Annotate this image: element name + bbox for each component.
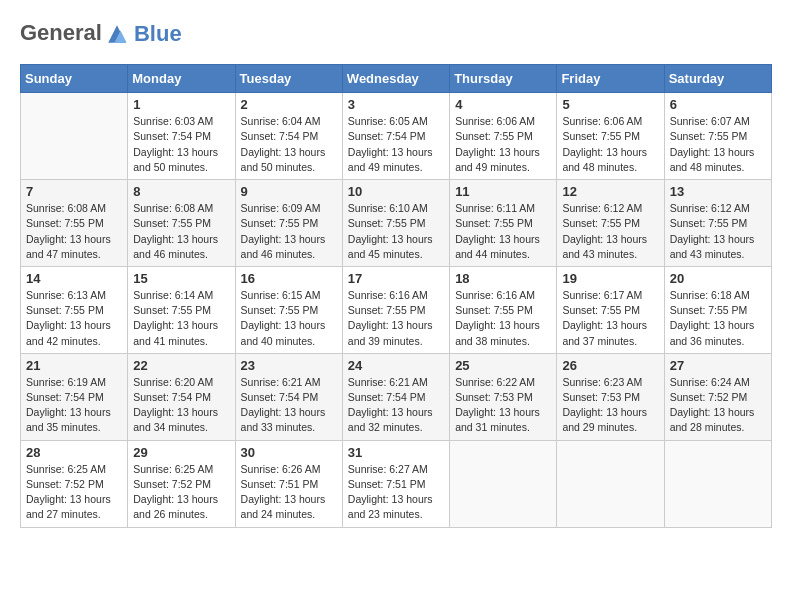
day-detail: Sunrise: 6:24 AMSunset: 7:52 PMDaylight:… (670, 375, 766, 436)
day-number: 20 (670, 271, 766, 286)
day-detail: Sunrise: 6:03 AMSunset: 7:54 PMDaylight:… (133, 114, 229, 175)
calendar-cell (557, 440, 664, 527)
day-detail: Sunrise: 6:26 AMSunset: 7:51 PMDaylight:… (241, 462, 337, 523)
column-header-saturday: Saturday (664, 65, 771, 93)
day-detail: Sunrise: 6:11 AMSunset: 7:55 PMDaylight:… (455, 201, 551, 262)
calendar-cell: 13Sunrise: 6:12 AMSunset: 7:55 PMDayligh… (664, 180, 771, 267)
calendar-cell: 14Sunrise: 6:13 AMSunset: 7:55 PMDayligh… (21, 266, 128, 353)
calendar-cell: 3Sunrise: 6:05 AMSunset: 7:54 PMDaylight… (342, 93, 449, 180)
calendar-cell: 23Sunrise: 6:21 AMSunset: 7:54 PMDayligh… (235, 353, 342, 440)
day-number: 17 (348, 271, 444, 286)
calendar-cell: 24Sunrise: 6:21 AMSunset: 7:54 PMDayligh… (342, 353, 449, 440)
day-detail: Sunrise: 6:04 AMSunset: 7:54 PMDaylight:… (241, 114, 337, 175)
day-number: 11 (455, 184, 551, 199)
calendar-week-row: 28Sunrise: 6:25 AMSunset: 7:52 PMDayligh… (21, 440, 772, 527)
day-detail: Sunrise: 6:21 AMSunset: 7:54 PMDaylight:… (348, 375, 444, 436)
day-number: 8 (133, 184, 229, 199)
day-detail: Sunrise: 6:16 AMSunset: 7:55 PMDaylight:… (348, 288, 444, 349)
day-number: 10 (348, 184, 444, 199)
calendar-cell: 16Sunrise: 6:15 AMSunset: 7:55 PMDayligh… (235, 266, 342, 353)
logo-text: General (20, 20, 132, 48)
calendar-cell: 25Sunrise: 6:22 AMSunset: 7:53 PMDayligh… (450, 353, 557, 440)
day-detail: Sunrise: 6:25 AMSunset: 7:52 PMDaylight:… (133, 462, 229, 523)
day-number: 27 (670, 358, 766, 373)
calendar-week-row: 1Sunrise: 6:03 AMSunset: 7:54 PMDaylight… (21, 93, 772, 180)
column-header-sunday: Sunday (21, 65, 128, 93)
logo: General Blue (20, 20, 182, 48)
calendar-cell: 11Sunrise: 6:11 AMSunset: 7:55 PMDayligh… (450, 180, 557, 267)
day-number: 14 (26, 271, 122, 286)
calendar-cell: 8Sunrise: 6:08 AMSunset: 7:55 PMDaylight… (128, 180, 235, 267)
day-number: 23 (241, 358, 337, 373)
day-number: 13 (670, 184, 766, 199)
day-detail: Sunrise: 6:13 AMSunset: 7:55 PMDaylight:… (26, 288, 122, 349)
column-header-monday: Monday (128, 65, 235, 93)
calendar-cell (450, 440, 557, 527)
day-number: 7 (26, 184, 122, 199)
calendar-cell: 2Sunrise: 6:04 AMSunset: 7:54 PMDaylight… (235, 93, 342, 180)
calendar-cell: 31Sunrise: 6:27 AMSunset: 7:51 PMDayligh… (342, 440, 449, 527)
calendar-cell: 18Sunrise: 6:16 AMSunset: 7:55 PMDayligh… (450, 266, 557, 353)
day-detail: Sunrise: 6:22 AMSunset: 7:53 PMDaylight:… (455, 375, 551, 436)
day-number: 21 (26, 358, 122, 373)
calendar-cell: 10Sunrise: 6:10 AMSunset: 7:55 PMDayligh… (342, 180, 449, 267)
calendar-cell: 30Sunrise: 6:26 AMSunset: 7:51 PMDayligh… (235, 440, 342, 527)
day-detail: Sunrise: 6:17 AMSunset: 7:55 PMDaylight:… (562, 288, 658, 349)
day-detail: Sunrise: 6:10 AMSunset: 7:55 PMDaylight:… (348, 201, 444, 262)
calendar-cell: 4Sunrise: 6:06 AMSunset: 7:55 PMDaylight… (450, 93, 557, 180)
day-detail: Sunrise: 6:08 AMSunset: 7:55 PMDaylight:… (133, 201, 229, 262)
calendar-cell: 12Sunrise: 6:12 AMSunset: 7:55 PMDayligh… (557, 180, 664, 267)
calendar-cell: 27Sunrise: 6:24 AMSunset: 7:52 PMDayligh… (664, 353, 771, 440)
calendar-cell: 7Sunrise: 6:08 AMSunset: 7:55 PMDaylight… (21, 180, 128, 267)
day-number: 5 (562, 97, 658, 112)
day-number: 16 (241, 271, 337, 286)
column-header-tuesday: Tuesday (235, 65, 342, 93)
calendar-table: SundayMondayTuesdayWednesdayThursdayFrid… (20, 64, 772, 527)
day-number: 2 (241, 97, 337, 112)
day-detail: Sunrise: 6:23 AMSunset: 7:53 PMDaylight:… (562, 375, 658, 436)
day-number: 25 (455, 358, 551, 373)
day-detail: Sunrise: 6:09 AMSunset: 7:55 PMDaylight:… (241, 201, 337, 262)
day-detail: Sunrise: 6:15 AMSunset: 7:55 PMDaylight:… (241, 288, 337, 349)
calendar-week-row: 21Sunrise: 6:19 AMSunset: 7:54 PMDayligh… (21, 353, 772, 440)
day-detail: Sunrise: 6:06 AMSunset: 7:55 PMDaylight:… (455, 114, 551, 175)
calendar-cell: 9Sunrise: 6:09 AMSunset: 7:55 PMDaylight… (235, 180, 342, 267)
calendar-cell: 22Sunrise: 6:20 AMSunset: 7:54 PMDayligh… (128, 353, 235, 440)
day-detail: Sunrise: 6:25 AMSunset: 7:52 PMDaylight:… (26, 462, 122, 523)
day-detail: Sunrise: 6:21 AMSunset: 7:54 PMDaylight:… (241, 375, 337, 436)
calendar-cell: 28Sunrise: 6:25 AMSunset: 7:52 PMDayligh… (21, 440, 128, 527)
calendar-cell: 21Sunrise: 6:19 AMSunset: 7:54 PMDayligh… (21, 353, 128, 440)
calendar-cell: 6Sunrise: 6:07 AMSunset: 7:55 PMDaylight… (664, 93, 771, 180)
day-number: 24 (348, 358, 444, 373)
day-detail: Sunrise: 6:16 AMSunset: 7:55 PMDaylight:… (455, 288, 551, 349)
day-detail: Sunrise: 6:08 AMSunset: 7:55 PMDaylight:… (26, 201, 122, 262)
day-number: 9 (241, 184, 337, 199)
calendar-cell: 26Sunrise: 6:23 AMSunset: 7:53 PMDayligh… (557, 353, 664, 440)
day-number: 30 (241, 445, 337, 460)
day-number: 15 (133, 271, 229, 286)
day-detail: Sunrise: 6:07 AMSunset: 7:55 PMDaylight:… (670, 114, 766, 175)
day-number: 1 (133, 97, 229, 112)
day-detail: Sunrise: 6:27 AMSunset: 7:51 PMDaylight:… (348, 462, 444, 523)
calendar-cell (664, 440, 771, 527)
day-number: 19 (562, 271, 658, 286)
calendar-cell: 1Sunrise: 6:03 AMSunset: 7:54 PMDaylight… (128, 93, 235, 180)
calendar-header-row: SundayMondayTuesdayWednesdayThursdayFrid… (21, 65, 772, 93)
column-header-thursday: Thursday (450, 65, 557, 93)
day-number: 4 (455, 97, 551, 112)
day-detail: Sunrise: 6:05 AMSunset: 7:54 PMDaylight:… (348, 114, 444, 175)
day-number: 12 (562, 184, 658, 199)
day-detail: Sunrise: 6:12 AMSunset: 7:55 PMDaylight:… (562, 201, 658, 262)
logo-blue: Blue (134, 21, 182, 46)
day-number: 26 (562, 358, 658, 373)
calendar-cell (21, 93, 128, 180)
day-number: 6 (670, 97, 766, 112)
calendar-cell: 5Sunrise: 6:06 AMSunset: 7:55 PMDaylight… (557, 93, 664, 180)
day-detail: Sunrise: 6:14 AMSunset: 7:55 PMDaylight:… (133, 288, 229, 349)
day-detail: Sunrise: 6:18 AMSunset: 7:55 PMDaylight:… (670, 288, 766, 349)
day-detail: Sunrise: 6:12 AMSunset: 7:55 PMDaylight:… (670, 201, 766, 262)
calendar-cell: 20Sunrise: 6:18 AMSunset: 7:55 PMDayligh… (664, 266, 771, 353)
column-header-friday: Friday (557, 65, 664, 93)
calendar-cell: 15Sunrise: 6:14 AMSunset: 7:55 PMDayligh… (128, 266, 235, 353)
calendar-cell: 29Sunrise: 6:25 AMSunset: 7:52 PMDayligh… (128, 440, 235, 527)
